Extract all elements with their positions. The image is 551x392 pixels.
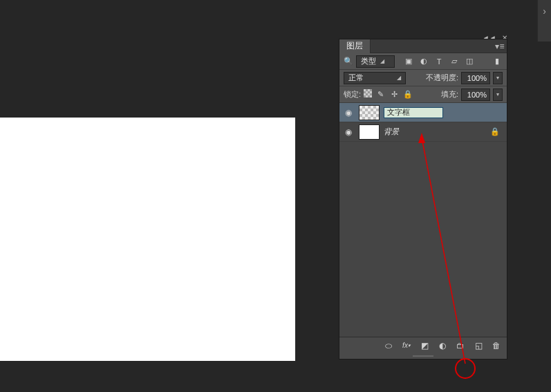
- filter-toggle-icon[interactable]: ▮: [492, 56, 503, 67]
- layer-thumbnail[interactable]: [359, 105, 380, 120]
- lock-label: 锁定:: [344, 89, 361, 100]
- search-icon: 🔍: [344, 57, 353, 66]
- layers-panel: 图层 ▾≡ 🔍 类型 ◢ ▣ ◐ T ▱ ◫ ▮ 正常 ◢ 不透明度: 100%…: [339, 39, 507, 360]
- opacity-stepper[interactable]: ▾: [493, 72, 503, 84]
- fill-value: 100%: [467, 91, 487, 99]
- chevron-down-icon: ◢: [397, 75, 401, 81]
- lock-position-icon[interactable]: ✢: [389, 89, 400, 100]
- blend-mode-row: 正常 ◢ 不透明度: 100% ▾: [339, 70, 507, 86]
- lock-transparency-icon[interactable]: [364, 89, 372, 97]
- panel-window-controls: ◄◄ ✕: [339, 30, 507, 39]
- lock-all-icon[interactable]: 🔒: [402, 89, 413, 100]
- opacity-input[interactable]: 100%: [461, 72, 490, 84]
- canvas-area[interactable]: [0, 118, 295, 361]
- panel-resize-grip[interactable]: [339, 353, 507, 359]
- lock-row: 锁定: ✎ ✢ 🔒 填充: 100% ▾: [339, 86, 507, 103]
- toolbar-handle-icon: ›: [538, 0, 551, 17]
- layer-bottom-toolbar: ⬭ fx▾ ◩ ◐ 🗀 ◱ 🗑: [339, 337, 507, 353]
- link-layers-icon[interactable]: ⬭: [382, 339, 395, 352]
- fill-input[interactable]: 100%: [461, 88, 490, 101]
- panel-tab-bar: 图层 ▾≡: [339, 39, 507, 53]
- filter-icons-group: ▣ ◐ T ▱ ◫: [403, 56, 475, 67]
- visibility-toggle-icon[interactable]: ◉: [342, 106, 355, 119]
- chevron-down-icon: ◢: [380, 58, 384, 64]
- annotation-circle: [455, 358, 476, 379]
- panel-menu-icon[interactable]: ▾≡: [493, 41, 507, 51]
- filter-type-dropdown[interactable]: 类型 ◢: [356, 55, 395, 68]
- adjustment-layer-icon[interactable]: ◐: [436, 339, 449, 352]
- layer-mask-icon[interactable]: ◩: [418, 339, 431, 352]
- layer-row[interactable]: ◉ 背景 🔒: [339, 122, 507, 142]
- fill-label: 填充:: [441, 89, 458, 100]
- opacity-value: 100%: [467, 74, 487, 82]
- fill-stepper[interactable]: ▾: [493, 88, 503, 101]
- locked-icon: 🔒: [490, 127, 500, 136]
- new-layer-icon[interactable]: ◱: [472, 339, 485, 352]
- shape-filter-icon[interactable]: ▱: [449, 56, 460, 67]
- blend-mode-dropdown[interactable]: 正常 ◢: [344, 72, 406, 84]
- lock-icons-group: ✎ ✢ 🔒: [364, 89, 413, 100]
- layer-row[interactable]: ◉: [339, 103, 507, 122]
- visibility-toggle-icon[interactable]: ◉: [342, 126, 355, 138]
- smart-filter-icon[interactable]: ◫: [464, 56, 475, 67]
- layer-name-input[interactable]: [384, 107, 443, 118]
- layer-name-label: 背景: [384, 127, 399, 137]
- image-filter-icon[interactable]: ▣: [403, 56, 414, 67]
- blend-mode-value: 正常: [348, 73, 364, 83]
- filter-type-label: 类型: [361, 56, 376, 66]
- group-icon[interactable]: 🗀: [454, 339, 467, 352]
- trash-icon[interactable]: 🗑: [490, 339, 503, 352]
- tab-label: 图层: [346, 40, 363, 52]
- layer-filter-row: 🔍 类型 ◢ ▣ ◐ T ▱ ◫ ▮: [339, 53, 507, 70]
- lock-pixels-icon[interactable]: ✎: [375, 89, 386, 100]
- layer-fx-icon[interactable]: fx▾: [400, 339, 413, 352]
- type-filter-icon[interactable]: T: [433, 56, 445, 67]
- tab-layers[interactable]: 图层: [339, 39, 371, 53]
- layer-thumbnail[interactable]: [359, 124, 380, 140]
- adjust-filter-icon[interactable]: ◐: [418, 56, 429, 67]
- opacity-label: 不透明度:: [426, 73, 458, 83]
- right-toolbar-fragment: ›: [537, 0, 551, 41]
- layer-list: ◉ ◉ 背景 🔒: [339, 103, 507, 337]
